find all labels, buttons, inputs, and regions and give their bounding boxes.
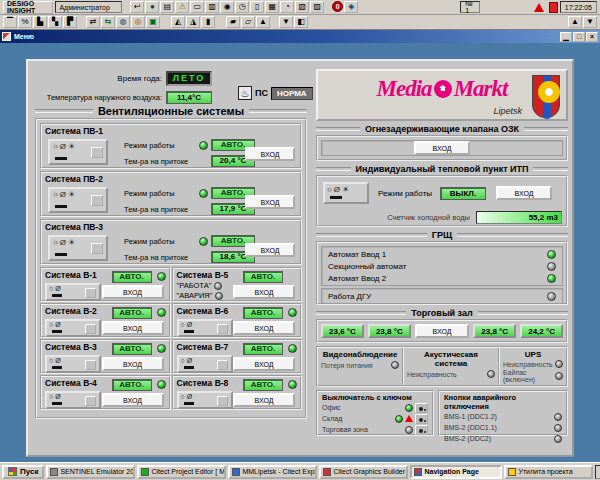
print-icon[interactable]: ▔ — [3, 16, 17, 28]
bar-icon[interactable]: ▮ — [201, 16, 215, 28]
trend-viewer-icon[interactable]: ▥ — [205, 1, 219, 13]
taskbar-item-sentinel[interactable]: SENTINEL Emulator 2007 — [46, 465, 135, 479]
task-label: Утилита проекта — [518, 468, 572, 475]
key-icon[interactable] — [415, 414, 428, 424]
user-alarm-icon[interactable]: ● — [145, 1, 159, 13]
mode-icons-panel[interactable]: ○Ø — [177, 355, 233, 373]
mode-icons-panel[interactable]: ○Ø — [177, 391, 233, 409]
system-title: Система В-1 — [45, 270, 97, 280]
close-button[interactable]: × — [586, 32, 598, 42]
mode-icon: Ø — [55, 285, 60, 292]
globe-icon[interactable]: ◈ — [344, 1, 358, 13]
copy-icon[interactable]: ◭ — [171, 16, 185, 28]
mode-icons-panel[interactable]: ○Ø — [45, 391, 101, 409]
user-field[interactable]: Администратор — [55, 1, 122, 13]
mode-icons-panel[interactable]: ○Ø — [45, 283, 101, 301]
hall-temp-value: 23,6 °C — [321, 324, 364, 338]
logo-city-text: Lipetsk — [493, 106, 522, 116]
maximize-button[interactable]: □ — [573, 32, 585, 42]
enter-button[interactable]: ВХОД — [233, 393, 295, 407]
enter-button[interactable]: ВХОД — [102, 321, 164, 335]
dgu-box: Работа ДГУ — [321, 288, 563, 304]
enter-button[interactable]: ВХОД — [233, 285, 295, 299]
grsh-title-text: ГРЩ — [432, 230, 452, 240]
alarm-triangle-icon[interactable] — [534, 3, 544, 12]
split-icon[interactable]: ◧ — [294, 16, 308, 28]
enter-button[interactable]: ВХОД — [245, 147, 295, 161]
damper-bar-icon — [55, 253, 67, 256]
breaker-label: Секционный автомат — [328, 262, 547, 271]
window-titlebar[interactable]: Меню ▁ □ × — [0, 30, 600, 43]
hall-section-title: Торговый зал — [316, 308, 568, 318]
damper-bar-icon — [52, 330, 62, 333]
frame-icon[interactable]: ▱ — [241, 16, 255, 28]
emergency-buttons-section: Кнопки аварийного отключения BMS-1 (DDC1… — [438, 390, 568, 436]
analysis-icon[interactable]: ◔ — [280, 1, 294, 13]
back-icon[interactable]: ↩ — [130, 1, 144, 13]
zoom-icon[interactable]: % — [18, 16, 32, 28]
dgu-led — [547, 292, 556, 301]
report-viewer-icon[interactable]: ▯ — [250, 1, 264, 13]
start-button[interactable]: Пуск — [2, 465, 44, 479]
enter-button[interactable]: ВХОД — [102, 357, 164, 371]
ventilation-title-text: Вентиляционные системы — [98, 105, 244, 117]
swap-icon[interactable]: ⇆ — [101, 16, 115, 28]
itp-mode-icons-panel[interactable]: ○Ø☀ — [323, 182, 369, 204]
time-scheduler-icon[interactable]: ◷ — [235, 1, 249, 13]
grid-icon[interactable]: ▛ — [63, 16, 77, 28]
enter-button[interactable]: ВХОД — [245, 195, 295, 209]
itp-enter-button[interactable]: ВХОД — [496, 186, 552, 200]
enter-button[interactable]: ВХОД — [233, 321, 295, 335]
minimize-button[interactable]: ▁ — [560, 32, 572, 42]
mode-icons-panel[interactable]: ○Ø — [45, 319, 101, 337]
alarm-count-badge[interactable]: 0 — [332, 1, 343, 12]
key-switch-led — [395, 415, 403, 423]
fill-icon[interactable]: ▰ — [226, 16, 240, 28]
display-icon — [217, 324, 228, 334]
water-meter-label: Счетчик холодной воды — [358, 213, 470, 222]
align-icon[interactable]: ▲ — [256, 16, 270, 28]
alarm-square-icon[interactable] — [549, 2, 558, 13]
lock-icon[interactable]: ▣ — [146, 16, 160, 28]
desigo-brand-button[interactable]: DESIGO INSIGHT — [3, 1, 53, 14]
mode-icons-panel[interactable]: ○Ø — [45, 355, 101, 373]
search-icon[interactable]: ◉ — [220, 1, 234, 13]
pages-icon[interactable]: ▚ — [48, 16, 62, 28]
object-viewer-icon[interactable]: ▭ — [190, 1, 204, 13]
task-icon — [508, 468, 516, 476]
ozk-enter-button[interactable]: ВХОД — [414, 141, 470, 155]
taskbar-item-project-utility[interactable]: Утилита проекта — [504, 465, 593, 479]
calendar-icon[interactable]: ▦ — [265, 1, 279, 13]
scroll-up-icon[interactable]: ▲ — [568, 16, 582, 28]
mode-icons-panel[interactable]: ○Ø☀ — [48, 235, 108, 261]
dgu-row: Работа ДГУ — [328, 290, 556, 302]
layers-icon[interactable]: ▙ — [33, 16, 47, 28]
alarm-viewer-icon[interactable]: ⚠ — [175, 1, 189, 13]
refresh-icon[interactable]: ⇄ — [86, 16, 100, 28]
key-icon[interactable] — [415, 403, 428, 413]
enter-button[interactable]: ВХОД — [102, 285, 164, 299]
paste-icon[interactable]: ◮ — [186, 16, 200, 28]
taskbar-item-project-editor[interactable]: Citect Project Editor [ M... — [137, 465, 226, 479]
log-viewer-icon[interactable]: ▧ — [295, 1, 309, 13]
scroll-down-icon[interactable]: ▼ — [583, 16, 597, 28]
plant-viewer-icon[interactable]: ▤ — [160, 1, 174, 13]
archive-icon[interactable]: ▨ — [310, 1, 324, 13]
record-icon[interactable]: ◎ — [131, 16, 145, 28]
key-icon[interactable] — [415, 425, 428, 435]
toolbar1-icons: ↩ ● ▤ ⚠ ▭ ▥ ◉ ◷ ▯ ▦ ◔ ▧ ▨ — [130, 1, 324, 13]
taskbar-item-citect-explorer[interactable]: MMLipetsk - Citect Explorer — [228, 465, 317, 479]
hall-enter-button[interactable]: ВХОД — [415, 324, 470, 338]
taskbar-item-graphics-builder[interactable]: Citect Graphics Builder - ... — [319, 465, 408, 479]
group-icon[interactable]: ▼ — [279, 16, 293, 28]
mode-icons-panel[interactable]: ○Ø☀ — [48, 187, 108, 213]
mode-icons-panel[interactable]: ○Ø — [177, 319, 233, 337]
enter-button[interactable]: ВХОД — [245, 243, 295, 257]
enter-button[interactable]: ВХОД — [102, 393, 164, 407]
mode-icons-panel[interactable]: ○Ø☀ — [48, 139, 108, 165]
enter-button[interactable]: ВХОД — [233, 357, 295, 371]
power-icon: ○ — [53, 142, 58, 151]
system-v3-block: Система В-3 АВТО. ○Ø ВХОД — [40, 339, 171, 374]
target-icon[interactable]: ◍ — [116, 16, 130, 28]
taskbar-item-navigation-page[interactable]: Navigation Page — [410, 465, 502, 479]
